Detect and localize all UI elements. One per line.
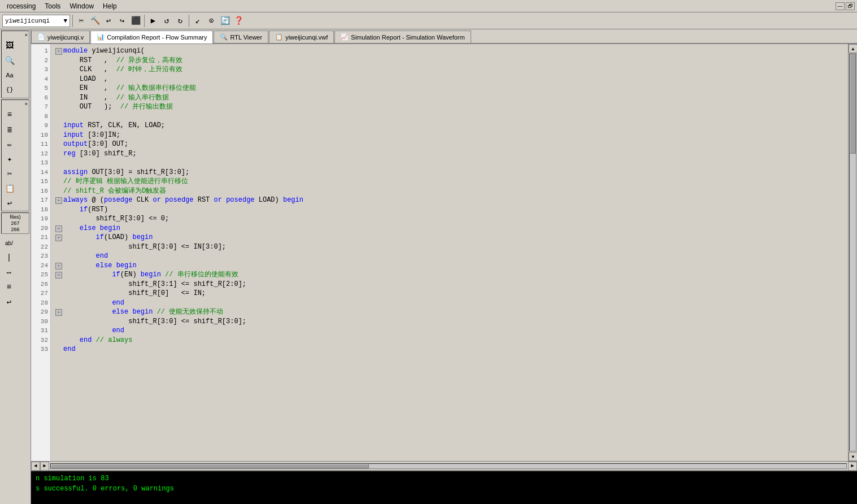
tab-compilation[interactable]: 📊 Compilation Report - Flow Summary: [90, 31, 213, 44]
toolbar-redo[interactable]: ↪: [116, 15, 128, 27]
vertical-scrollbar[interactable]: ▲ ▼: [848, 44, 857, 461]
toolbar: yiweijicunqi ▼ ✂ 🔨 ↩ ↪ ⬛ ▶ ↺ ↻ ↙ ⊙ 🔄 ❓: [0, 12, 857, 29]
code-text: LOAD): [255, 196, 283, 204]
horizontal-scrollbar[interactable]: ◄ ► ►: [31, 461, 857, 470]
scroll-right-button-left[interactable]: ►: [40, 462, 49, 471]
fold-icon[interactable]: -: [55, 197, 62, 204]
toolbar-undo[interactable]: ↩: [102, 15, 115, 27]
tab-verilog-icon: 📄: [37, 33, 45, 41]
code-line: end: [55, 345, 843, 354]
code-text: [63, 233, 96, 241]
fold-icon[interactable]: -: [55, 263, 62, 270]
tab-verilog[interactable]: 📄 yiweijicunqi.v: [31, 31, 90, 43]
toolbar-help[interactable]: ❓: [232, 15, 245, 27]
code-text: [63, 336, 80, 344]
project-dropdown[interactable]: yiweijicunqi ▼: [2, 15, 70, 27]
keyword: or: [214, 196, 222, 204]
sidebar-btn-image[interactable]: 🖼: [3, 39, 16, 53]
section1-close[interactable]: ×: [25, 32, 28, 38]
scroll-left-button[interactable]: ◄: [31, 462, 40, 471]
fold-icon[interactable]: -: [55, 48, 62, 55]
h-scroll-thumb[interactable]: [51, 464, 369, 468]
sidebar-btn-list2[interactable]: ≣: [3, 123, 16, 136]
minimize-button[interactable]: —: [836, 2, 845, 10]
code-text: [63, 252, 96, 260]
scroll-right-button[interactable]: ►: [848, 462, 857, 471]
line-number: 4: [33, 75, 48, 84]
line-numbers: 1234567891011121314151617181920212223242…: [31, 44, 51, 461]
code-line: shift_R[3:0] <= IN[3:0];: [55, 242, 843, 252]
maximize-button[interactable]: 🗗: [846, 2, 855, 10]
line-number: 2: [33, 56, 48, 66]
toolbar-cut[interactable]: ✂: [75, 15, 88, 27]
line-number: 23: [33, 251, 48, 261]
sidebar-btn-scissors[interactable]: ✂: [3, 167, 16, 180]
code-line: // 时序逻辑 根据输入使能进行串行移位: [55, 177, 843, 186]
line-number: 26: [33, 280, 48, 289]
code-text: RST: [194, 196, 214, 204]
fold-icon[interactable]: -: [55, 309, 62, 316]
toolbar-sync[interactable]: ⊙: [205, 15, 217, 27]
code-text: [153, 308, 156, 316]
keyword: begin: [283, 196, 303, 204]
sidebar-btn-undo2[interactable]: ↩: [3, 196, 16, 210]
sidebar-btn-font[interactable]: Aa: [3, 68, 16, 82]
toolbar-step[interactable]: ↻: [174, 15, 186, 27]
fold-icon[interactable]: -: [55, 225, 62, 232]
tab-rtl[interactable]: 🔍 RTL Viewer: [214, 31, 268, 43]
toolbar-refresh[interactable]: 🔄: [219, 15, 231, 27]
sidebar-btn-braces[interactable]: {}: [3, 83, 16, 97]
sidebar-btn-undo3[interactable]: ↩: [2, 295, 16, 309]
code-line: -module yiweijicunqi(: [55, 46, 843, 56]
code-text: IN ,: [63, 94, 116, 102]
menu-processing[interactable]: rocessing: [2, 1, 40, 11]
toolbar-stop[interactable]: ⬛: [129, 15, 142, 27]
code-text: shift_R[3:0] <= 0;: [63, 215, 169, 223]
sidebar-btn-lines[interactable]: ≡: [2, 280, 16, 294]
code-editor[interactable]: -module yiweijicunqi( RST , // 异步复位，高有效 …: [51, 44, 848, 461]
sidebar-btn-dots[interactable]: ⋯: [2, 266, 16, 279]
toolbar-compile[interactable]: 🔨: [89, 15, 101, 27]
menu-tools[interactable]: Tools: [40, 1, 65, 11]
tab-compilation-icon: 📊: [97, 33, 105, 41]
tab-vwf[interactable]: 📋 yiweijicunqi.vwf: [269, 31, 334, 43]
scroll-up-button[interactable]: ▲: [849, 44, 857, 53]
code-text: shift_R[3:0] <= shift_R[3:0];: [63, 318, 246, 325]
line-number: 12: [33, 149, 48, 159]
sidebar-btn-list1[interactable]: ≡: [3, 108, 16, 121]
tab-simulation-icon: 📈: [341, 33, 349, 41]
sidebar-btn-pencil[interactable]: ✏: [3, 137, 16, 151]
keyword: assign: [63, 168, 88, 176]
toolbar-arrow[interactable]: ↙: [192, 15, 204, 27]
line-number: 9: [33, 121, 48, 131]
editor-wrapper: 1234567891011121314151617181920212223242…: [31, 44, 857, 470]
section2-close[interactable]: ×: [25, 101, 28, 107]
code-text: shift_R[3:1] <= shift_R[2:0];: [63, 280, 246, 288]
keyword: end: [112, 327, 124, 334]
keyword: input: [63, 131, 84, 139]
code-line: end: [55, 326, 843, 336]
code-text: (EN): [120, 271, 141, 279]
sidebar-btn-clip[interactable]: 📋: [3, 181, 16, 195]
tab-simulation[interactable]: 📈 Simulation Report - Simulation Wavefor…: [334, 31, 471, 43]
menu-window[interactable]: Window: [65, 1, 98, 11]
sidebar-btn-search[interactable]: 🔍: [3, 54, 16, 67]
sidebar-btn-pipe[interactable]: |: [2, 251, 16, 264]
line-number: 10: [33, 131, 48, 140]
h-scroll-track[interactable]: [50, 463, 847, 469]
fold-icon[interactable]: -: [55, 234, 62, 241]
scroll-down-button[interactable]: ▼: [849, 452, 857, 461]
menu-help[interactable]: Help: [98, 1, 121, 11]
toolbar-restart[interactable]: ↺: [160, 15, 173, 27]
tab-vwf-label: yiweijicunqi.vwf: [285, 34, 328, 41]
scroll-track[interactable]: [849, 54, 856, 451]
fold-icon[interactable]: -: [55, 272, 62, 279]
code-line: - else begin: [55, 224, 843, 233]
code-text: @ (: [88, 196, 104, 204]
scroll-thumb[interactable]: [850, 54, 856, 154]
code-line: end // always: [55, 336, 843, 345]
code-text: [3:0] OUT;: [88, 140, 128, 148]
sidebar-btn-ab[interactable]: ab/: [2, 236, 16, 250]
toolbar-run[interactable]: ▶: [147, 15, 159, 27]
sidebar-btn-star[interactable]: ✦: [3, 152, 16, 166]
